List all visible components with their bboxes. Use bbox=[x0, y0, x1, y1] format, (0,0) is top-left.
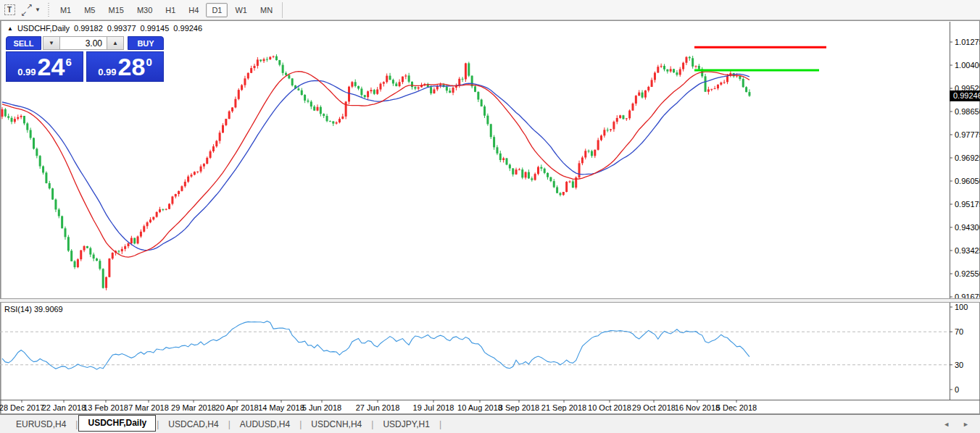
rsi-line bbox=[2, 321, 749, 369]
buy-price-big: 28 bbox=[118, 53, 146, 80]
timeframe-button-mn[interactable]: MN bbox=[254, 3, 278, 17]
one-click-trade-panel: SELL ▼ ▲ BUY 0.99 24 6 0.99 28 0 bbox=[6, 36, 164, 82]
timeframe-button-m5[interactable]: M5 bbox=[78, 3, 101, 17]
rsi-name: RSI(14) bbox=[4, 305, 32, 314]
pane-splitter[interactable] bbox=[0, 298, 980, 303]
ohlc-high: 0.99377 bbox=[107, 24, 136, 33]
volume-increase-button[interactable]: ▲ bbox=[107, 36, 124, 50]
tab-scroll-left-icon[interactable]: ◄ bbox=[937, 421, 956, 428]
toolbar: T ↗↙ ▼ M1M5M15M30H1H4D1W1MN bbox=[0, 0, 980, 20]
buy-price-sup: 0 bbox=[146, 56, 151, 68]
chart-tab-eurusd-h4[interactable]: EURUSD,H4 bbox=[7, 417, 75, 432]
rsi-indicator-label: RSI(14) 39.9069 bbox=[4, 305, 63, 314]
chart-tab-usdcnh-h4[interactable]: USDCNH,H4 bbox=[302, 417, 370, 432]
sell-button[interactable]: SELL bbox=[6, 36, 41, 50]
timeframe-button-m15[interactable]: M15 bbox=[102, 3, 129, 17]
chart-tab-audusd-h4[interactable]: AUDUSD,H4 bbox=[231, 417, 299, 432]
timeframe-buttons: M1M5M15M30H1H4D1W1MN bbox=[54, 3, 279, 17]
volume-input[interactable] bbox=[60, 36, 107, 50]
ohlc-low: 0.99145 bbox=[141, 24, 170, 33]
timeframe-button-m1[interactable]: M1 bbox=[54, 3, 77, 17]
timeframe-button-h1[interactable]: H1 bbox=[159, 3, 181, 17]
ohlc-close: 0.99246 bbox=[173, 24, 202, 33]
toolbar-drag-handle[interactable] bbox=[47, 3, 51, 17]
sell-price-box[interactable]: 0.99 24 6 bbox=[6, 51, 83, 82]
chart-tab-usdcad-h4[interactable]: USDCAD,H4 bbox=[159, 417, 227, 432]
diagonal-arrows-icon: ↗↙ bbox=[21, 4, 33, 16]
rsi-value: 39.9069 bbox=[34, 305, 63, 314]
toolbar-separator bbox=[282, 2, 283, 18]
dropdown-caret-icon[interactable]: ▼ bbox=[35, 7, 41, 13]
date-axis[interactable] bbox=[0, 400, 950, 414]
buy-price-prefix: 0.99 bbox=[98, 67, 116, 77]
sell-price-big: 24 bbox=[38, 53, 65, 80]
timeframe-button-m30[interactable]: M30 bbox=[131, 3, 158, 17]
buy-price-box[interactable]: 0.99 28 0 bbox=[86, 51, 164, 82]
tabs: EURUSD,H4|USDCHF,Daily|USDCAD,H4|AUDUSD,… bbox=[7, 416, 442, 432]
volume-decrease-button[interactable]: ▼ bbox=[43, 36, 60, 50]
timeframe-button-d1[interactable]: D1 bbox=[206, 3, 228, 17]
candles-group bbox=[1, 54, 751, 290]
sell-price-sup: 6 bbox=[65, 56, 71, 68]
chart-tab-usdjpy-h1[interactable]: USDJPY,H1 bbox=[374, 417, 438, 432]
text-tool-icon: T bbox=[4, 4, 15, 15]
volume-control: ▼ ▲ bbox=[43, 36, 125, 50]
ma-fast-line bbox=[2, 72, 749, 258]
chart-title: ▲ USDCHF,Daily 0.99182 0.99377 0.99145 0… bbox=[7, 24, 202, 33]
ohlc-open: 0.99182 bbox=[74, 24, 103, 33]
price-axis[interactable] bbox=[950, 22, 980, 400]
sell-price-prefix: 0.99 bbox=[17, 67, 36, 77]
mt4-window: T ↗↙ ▼ M1M5M15M30H1H4D1W1MN 1.012751.004… bbox=[0, 0, 980, 433]
symbol-label: USDCHF,Daily bbox=[17, 24, 70, 33]
ma-slow-line bbox=[2, 74, 749, 250]
text-tool-button[interactable]: T bbox=[1, 2, 17, 18]
move-tool-button[interactable]: ↗↙ ▼ bbox=[20, 2, 41, 18]
tab-separator: | bbox=[439, 419, 442, 429]
tab-scroll-right-icon[interactable]: ► bbox=[956, 421, 976, 428]
timeframe-button-w1[interactable]: W1 bbox=[229, 3, 253, 17]
buy-button[interactable]: BUY bbox=[128, 36, 164, 50]
collapse-icon[interactable]: ▲ bbox=[7, 25, 13, 32]
timeframe-button-h4[interactable]: H4 bbox=[183, 3, 204, 17]
chart-tab-usdchf-daily[interactable]: USDCHF,Daily bbox=[78, 415, 156, 432]
chart-tab-bar: EURUSD,H4|USDCHF,Daily|USDCAD,H4|AUDUSD,… bbox=[0, 414, 980, 433]
